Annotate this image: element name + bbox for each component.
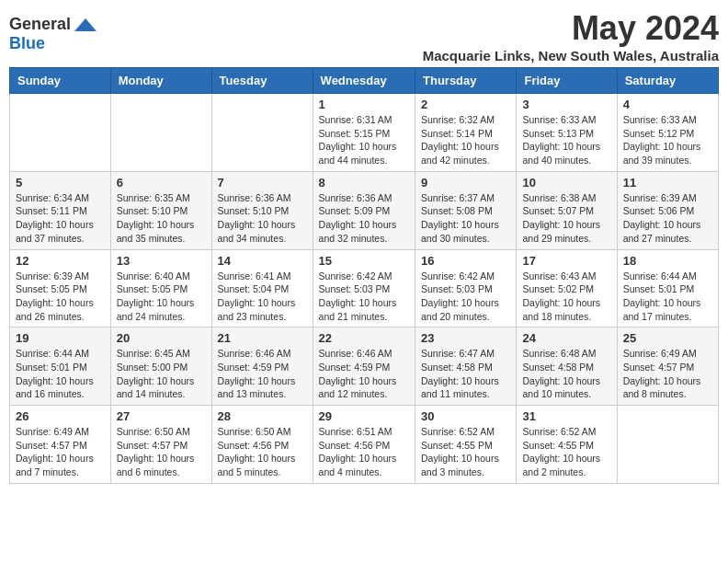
day-info: Sunrise: 6:44 AM Sunset: 5:01 PM Dayligh…	[623, 270, 712, 324]
day-number: 16	[421, 254, 510, 268]
day-info: Sunrise: 6:43 AM Sunset: 5:02 PM Dayligh…	[522, 270, 610, 324]
day-number: 8	[319, 176, 409, 190]
day-info: Sunrise: 6:39 AM Sunset: 5:05 PM Dayligh…	[16, 270, 105, 324]
day-number: 5	[16, 176, 105, 190]
calendar-cell: 25Sunrise: 6:49 AM Sunset: 4:57 PM Dayli…	[617, 327, 718, 406]
calendar-cell: 15Sunrise: 6:42 AM Sunset: 5:03 PM Dayli…	[313, 249, 415, 327]
day-info: Sunrise: 6:45 AM Sunset: 5:00 PM Dayligh…	[117, 347, 206, 401]
day-info: Sunrise: 6:41 AM Sunset: 5:04 PM Dayligh…	[218, 270, 307, 324]
day-number: 13	[117, 254, 206, 268]
calendar-cell	[10, 94, 111, 172]
calendar-cell: 5Sunrise: 6:34 AM Sunset: 5:11 PM Daylig…	[10, 171, 111, 249]
calendar-cell: 27Sunrise: 6:50 AM Sunset: 4:57 PM Dayli…	[110, 406, 211, 484]
logo-general-text: General	[9, 15, 71, 34]
day-info: Sunrise: 6:52 AM Sunset: 4:55 PM Dayligh…	[522, 425, 610, 479]
day-info: Sunrise: 6:42 AM Sunset: 5:03 PM Dayligh…	[319, 270, 409, 324]
calendar-cell	[110, 94, 211, 172]
col-header-tuesday: Tuesday	[211, 68, 313, 94]
title-area: May 2024 Macquarie Links, New South Wale…	[423, 9, 719, 63]
day-number: 14	[218, 254, 307, 268]
col-header-thursday: Thursday	[415, 68, 517, 94]
day-number: 24	[522, 331, 610, 345]
calendar-cell: 19Sunrise: 6:44 AM Sunset: 5:01 PM Dayli…	[10, 327, 111, 406]
day-info: Sunrise: 6:50 AM Sunset: 4:57 PM Dayligh…	[117, 425, 206, 479]
day-info: Sunrise: 6:34 AM Sunset: 5:11 PM Dayligh…	[16, 191, 105, 246]
month-title: May 2024	[423, 9, 719, 48]
day-info: Sunrise: 6:36 AM Sunset: 5:10 PM Dayligh…	[218, 191, 307, 246]
day-number: 15	[319, 254, 409, 268]
calendar-cell: 3Sunrise: 6:33 AM Sunset: 5:13 PM Daylig…	[517, 94, 617, 172]
calendar-cell: 9Sunrise: 6:37 AM Sunset: 5:08 PM Daylig…	[415, 171, 517, 249]
day-info: Sunrise: 6:48 AM Sunset: 4:58 PM Dayligh…	[522, 347, 610, 401]
calendar-cell: 23Sunrise: 6:47 AM Sunset: 4:58 PM Dayli…	[415, 327, 517, 406]
day-number: 17	[522, 254, 610, 268]
calendar-header-row: SundayMondayTuesdayWednesdayThursdayFrid…	[10, 68, 719, 94]
day-number: 11	[623, 176, 712, 190]
day-info: Sunrise: 6:42 AM Sunset: 5:03 PM Dayligh…	[421, 270, 510, 324]
logo-blue-text: Blue	[9, 34, 45, 53]
col-header-sunday: Sunday	[10, 68, 111, 94]
svg-marker-0	[74, 18, 97, 31]
day-number: 19	[16, 331, 105, 345]
day-info: Sunrise: 6:35 AM Sunset: 5:10 PM Dayligh…	[117, 191, 206, 246]
calendar-cell: 12Sunrise: 6:39 AM Sunset: 5:05 PM Dayli…	[10, 249, 111, 327]
day-number: 27	[117, 409, 206, 423]
day-number: 26	[16, 409, 105, 423]
calendar-cell: 1Sunrise: 6:31 AM Sunset: 5:15 PM Daylig…	[313, 94, 415, 172]
calendar-cell: 17Sunrise: 6:43 AM Sunset: 5:02 PM Dayli…	[517, 249, 617, 327]
location-title: Macquarie Links, New South Wales, Austra…	[423, 48, 719, 63]
calendar-cell: 11Sunrise: 6:39 AM Sunset: 5:06 PM Dayli…	[617, 171, 718, 249]
day-info: Sunrise: 6:31 AM Sunset: 5:15 PM Dayligh…	[319, 113, 409, 167]
calendar-cell: 10Sunrise: 6:38 AM Sunset: 5:07 PM Dayli…	[517, 171, 617, 249]
calendar-cell: 4Sunrise: 6:33 AM Sunset: 5:12 PM Daylig…	[617, 94, 718, 172]
day-number: 3	[522, 98, 610, 111]
day-number: 21	[218, 331, 307, 345]
day-number: 10	[522, 176, 610, 190]
calendar-cell: 20Sunrise: 6:45 AM Sunset: 5:00 PM Dayli…	[110, 327, 211, 406]
header: General Blue May 2024 Macquarie Links, N…	[9, 9, 719, 63]
calendar-cell: 6Sunrise: 6:35 AM Sunset: 5:10 PM Daylig…	[110, 171, 211, 249]
calendar-cell: 28Sunrise: 6:50 AM Sunset: 4:56 PM Dayli…	[211, 406, 313, 484]
day-number: 31	[522, 409, 610, 423]
day-info: Sunrise: 6:52 AM Sunset: 4:55 PM Dayligh…	[421, 425, 510, 479]
calendar-cell: 14Sunrise: 6:41 AM Sunset: 5:04 PM Dayli…	[211, 249, 313, 327]
calendar-cell: 21Sunrise: 6:46 AM Sunset: 4:59 PM Dayli…	[211, 327, 313, 406]
calendar-cell: 16Sunrise: 6:42 AM Sunset: 5:03 PM Dayli…	[415, 249, 517, 327]
calendar-cell: 26Sunrise: 6:49 AM Sunset: 4:57 PM Dayli…	[10, 406, 111, 484]
day-number: 28	[218, 409, 307, 423]
day-info: Sunrise: 6:49 AM Sunset: 4:57 PM Dayligh…	[623, 347, 712, 401]
calendar-cell: 30Sunrise: 6:52 AM Sunset: 4:55 PM Dayli…	[415, 406, 517, 484]
day-number: 20	[117, 331, 206, 345]
day-info: Sunrise: 6:38 AM Sunset: 5:07 PM Dayligh…	[522, 191, 610, 246]
logo: General Blue	[9, 9, 98, 53]
day-number: 25	[623, 331, 712, 345]
day-info: Sunrise: 6:44 AM Sunset: 5:01 PM Dayligh…	[16, 347, 105, 401]
calendar-cell	[211, 94, 313, 172]
week-row-2: 5Sunrise: 6:34 AM Sunset: 5:11 PM Daylig…	[10, 171, 719, 249]
calendar-cell: 22Sunrise: 6:46 AM Sunset: 4:59 PM Dayli…	[313, 327, 415, 406]
day-info: Sunrise: 6:37 AM Sunset: 5:08 PM Dayligh…	[421, 191, 510, 246]
day-info: Sunrise: 6:36 AM Sunset: 5:09 PM Dayligh…	[319, 191, 409, 246]
day-number: 12	[16, 254, 105, 268]
day-number: 18	[623, 254, 712, 268]
calendar-cell: 8Sunrise: 6:36 AM Sunset: 5:09 PM Daylig…	[313, 171, 415, 249]
day-number: 9	[421, 176, 510, 190]
week-row-4: 19Sunrise: 6:44 AM Sunset: 5:01 PM Dayli…	[10, 327, 719, 406]
week-row-5: 26Sunrise: 6:49 AM Sunset: 4:57 PM Dayli…	[10, 406, 719, 484]
day-info: Sunrise: 6:40 AM Sunset: 5:05 PM Dayligh…	[117, 270, 206, 324]
calendar-table: SundayMondayTuesdayWednesdayThursdayFrid…	[9, 67, 719, 484]
day-info: Sunrise: 6:39 AM Sunset: 5:06 PM Dayligh…	[623, 191, 712, 246]
calendar-cell: 18Sunrise: 6:44 AM Sunset: 5:01 PM Dayli…	[617, 249, 718, 327]
day-number: 7	[218, 176, 307, 190]
day-info: Sunrise: 6:51 AM Sunset: 4:56 PM Dayligh…	[319, 425, 409, 479]
col-header-saturday: Saturday	[617, 68, 718, 94]
calendar-cell: 31Sunrise: 6:52 AM Sunset: 4:55 PM Dayli…	[517, 406, 617, 484]
col-header-wednesday: Wednesday	[313, 68, 415, 94]
day-info: Sunrise: 6:33 AM Sunset: 5:12 PM Dayligh…	[623, 113, 712, 167]
day-info: Sunrise: 6:49 AM Sunset: 4:57 PM Dayligh…	[16, 425, 105, 479]
calendar-cell	[617, 406, 718, 484]
day-number: 1	[319, 98, 409, 111]
calendar-cell: 13Sunrise: 6:40 AM Sunset: 5:05 PM Dayli…	[110, 249, 211, 327]
calendar-cell: 29Sunrise: 6:51 AM Sunset: 4:56 PM Dayli…	[313, 406, 415, 484]
col-header-monday: Monday	[110, 68, 211, 94]
